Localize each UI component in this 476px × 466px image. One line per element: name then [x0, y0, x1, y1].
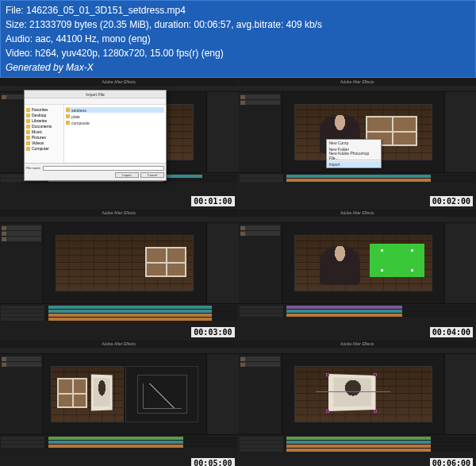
- file-info-header: File: 146236_05_01_3D151_setdress.mp4 Si…: [0, 0, 476, 78]
- poster: [328, 374, 376, 411]
- window-prop: [57, 378, 87, 408]
- generated-line: Generated by Max-X: [6, 60, 470, 75]
- cancel-button[interactable]: Cancel: [140, 172, 164, 178]
- timestamp: 00:06:00: [430, 458, 473, 466]
- file-row[interactable]: composite: [66, 120, 164, 125]
- transform-handle[interactable]: [374, 410, 377, 413]
- transform-handle[interactable]: [374, 373, 377, 376]
- window-prop: [145, 247, 186, 277]
- timestamp: 00:04:00: [430, 327, 473, 337]
- menu-item[interactable]: Import: [327, 161, 381, 168]
- thumbnail-3[interactable]: Adobe After Effects: [0, 209, 238, 339]
- thumbnail-1[interactable]: Adobe After Effects Import File: [0, 78, 238, 208]
- file-row[interactable]: setdress: [66, 107, 164, 113]
- actor: [320, 246, 361, 285]
- import-dialog: Import File Favorites Desktop Libraries …: [24, 90, 167, 181]
- video-line: Video: h264, yuv420p, 1280x720, 15.00 fp…: [6, 46, 470, 60]
- file-row[interactable]: plate: [66, 114, 164, 119]
- transform-handle[interactable]: [326, 410, 329, 413]
- thumbnail-2[interactable]: Adobe After Effects: [239, 78, 477, 208]
- green-screen: [370, 244, 424, 276]
- dialog-title: Import File: [25, 91, 166, 98]
- app-titlebar: Adobe After Effects: [0, 78, 238, 86]
- audio-line: Audio: aac, 44100 Hz, mono (eng): [6, 32, 470, 46]
- graph-editor: [125, 366, 198, 422]
- file-line: File: 146236_05_01_3D151_setdress.mp4: [6, 3, 470, 17]
- thumbnail-4[interactable]: Adobe After Effects: [239, 209, 477, 339]
- context-menu: New Comp New Folder New Adobe Photoshop …: [326, 139, 382, 168]
- poster: [91, 375, 113, 410]
- menu-item[interactable]: New Adobe Photoshop File...: [327, 152, 381, 159]
- dialog-file-list: setdress plate composite: [64, 105, 166, 163]
- transform-handle[interactable]: [326, 373, 329, 376]
- thumbnail-grid: Adobe After Effects Import File: [0, 78, 476, 466]
- menu-item[interactable]: New Comp: [327, 140, 381, 146]
- thumbnail-6[interactable]: Adobe After Effects: [239, 340, 477, 466]
- timestamp: 00:03:00: [191, 327, 234, 337]
- size-line: Size: 21333709 bytes (20.35 MiB), durati…: [6, 17, 470, 32]
- timestamp: 00:02:00: [430, 196, 473, 206]
- import-button[interactable]: Import: [115, 172, 139, 178]
- timestamp: 00:05:00: [191, 458, 234, 466]
- thumbnail-5[interactable]: Adobe After Effects: [0, 340, 238, 466]
- timestamp: 00:01:00: [191, 196, 234, 206]
- dialog-sidebar: Favorites Desktop Libraries Documents Mu…: [25, 105, 64, 163]
